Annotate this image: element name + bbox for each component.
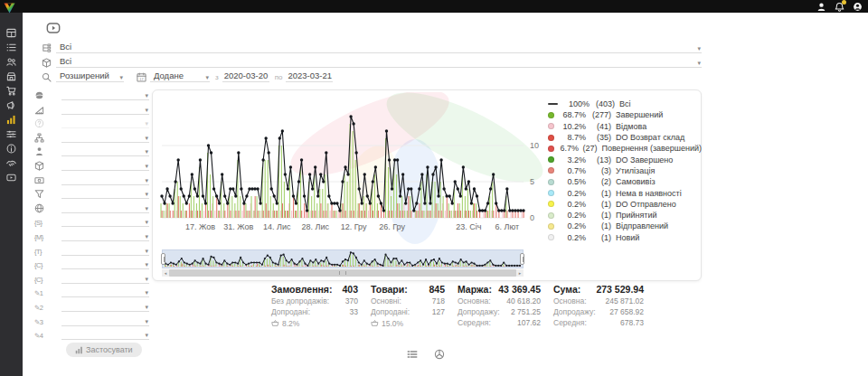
date-field-value: Додане (154, 70, 184, 80)
scrollbar-thumb[interactable] (169, 269, 516, 277)
legend-swatch (548, 156, 554, 163)
sidebar-item-dashboard[interactable] (0, 25, 23, 38)
date-from-label: з (215, 73, 219, 81)
search-mode-select[interactable]: Розширений ▾ (56, 70, 124, 82)
donut-chart-icon[interactable] (434, 347, 445, 358)
navigator-handle-left[interactable] (161, 253, 165, 265)
chevron-down-icon: ▾ (145, 148, 148, 155)
stat-value: 43 369.45 (498, 284, 541, 296)
side-filter-select[interactable]: ▾ (61, 258, 149, 269)
chevron-down-icon: ▾ (145, 163, 148, 169)
legend-item[interactable]: 0.2%(1)DO Отправлено (548, 199, 702, 210)
search-mode-value: Розширений (60, 70, 109, 80)
side-filter-select[interactable]: ▾ (61, 202, 149, 213)
side-filter-select[interactable]: ▾ (61, 300, 149, 312)
legend-item[interactable]: 0.2%(1)Прийнятий (548, 210, 702, 221)
stats-column: Замовлення:403Без допродажів:370Допродан… (271, 284, 358, 329)
side-filter-select[interactable]: ▾ (61, 89, 149, 100)
list-view-icon[interactable] (407, 347, 418, 358)
legend-percent: 0.5% (559, 177, 586, 186)
side-filter-select[interactable]: ▾ (61, 103, 149, 115)
avatar-icon[interactable] (853, 2, 863, 12)
sidebar-item-partners[interactable] (0, 155, 23, 168)
legend-item[interactable]: 0.2%(1)Нема в наявності (548, 187, 702, 198)
utm-campaign-icon: {C} (34, 276, 42, 284)
user-icon[interactable] (816, 2, 826, 12)
side-filter-select[interactable]: ▾ (61, 174, 149, 185)
side-filter-select[interactable]: ▾ (61, 328, 149, 340)
chart-navigator[interactable] (162, 249, 524, 268)
chevron-down-icon: ▾ (145, 107, 148, 113)
stat-sub-label: Допродані: (271, 307, 310, 318)
scroll-left-icon[interactable]: ◂ (162, 269, 169, 277)
stat-title: Сума: (553, 284, 580, 296)
stat-sub-label: Основна: (553, 296, 587, 307)
legend-item[interactable]: 8.7%(35)DO Возврат склад (548, 132, 702, 143)
brand-logo-icon[interactable] (4, 1, 15, 12)
sidebar-item-orders[interactable] (0, 40, 23, 52)
sidebar-item-videos[interactable] (0, 170, 23, 183)
legend-count: (1) (586, 233, 611, 242)
ticket-icon[interactable] (43, 21, 63, 35)
side-filter-utm-content: {C}▾ (32, 258, 149, 269)
side-filter-select[interactable]: ▾ (61, 187, 149, 199)
side-filter-select[interactable]: ▾ (61, 159, 149, 171)
search-icon (42, 72, 52, 82)
sidebar-item-store[interactable] (0, 69, 23, 81)
chevron-down-icon: ▾ (145, 120, 148, 127)
side-filter-select[interactable]: ▾ (61, 286, 149, 297)
chart-scrollbar[interactable]: ◂ ▸ (162, 269, 524, 277)
svg-text:0: 0 (530, 213, 534, 222)
side-filter-select[interactable]: ▾ (61, 215, 149, 227)
legend-item[interactable]: 0.5%(2)Самовивіз (548, 176, 702, 187)
date-to-input[interactable]: 2023-03-21 (286, 70, 333, 82)
side-filter-banknote: ▾ (32, 174, 149, 185)
legend-swatch (548, 201, 554, 207)
legend-label: Самовивіз (616, 177, 656, 186)
navigator-handle-right[interactable] (520, 253, 524, 265)
sidebar-item-customers[interactable] (0, 54, 23, 67)
side-filter-select[interactable]: ▾ (61, 244, 149, 256)
legend-item[interactable]: 0.7%(3)Утилізація (548, 165, 702, 176)
custom-field-2-icon: ✎2 (34, 304, 42, 312)
legend-item[interactable]: 6.7%(27)Повернення (завершений) (548, 143, 702, 154)
sidebar-item-announcements[interactable] (0, 98, 23, 110)
handshake-icon (6, 155, 16, 168)
side-filter-select[interactable]: ▾ (61, 145, 149, 156)
video-icon (6, 170, 16, 183)
sidebar-item-statistics[interactable] (0, 112, 23, 125)
package-icon (42, 58, 52, 68)
funnel-icon (34, 189, 44, 199)
sidebar-item-cart[interactable] (0, 83, 23, 96)
side-filter-select[interactable]: ▾ (61, 131, 149, 143)
legend-item[interactable]: 10.2%(41)Відмова (548, 121, 702, 132)
side-filter-select[interactable]: ▾ (61, 230, 149, 241)
legend-item[interactable]: 0.2%(1)Новий (548, 232, 702, 243)
sidebar-item-info[interactable] (0, 141, 23, 154)
side-filter-globe: ▾ (32, 202, 149, 213)
chevron-down-icon: ▾ (145, 233, 148, 240)
stat-sub-value: 127 (432, 307, 445, 318)
stat-title: Маржа: (458, 284, 492, 296)
category-filter-select[interactable]: Всі ▾ (56, 42, 702, 53)
legend-count: (2) (586, 177, 611, 186)
product-filter-value: Всі (60, 56, 71, 66)
side-filter-select[interactable]: ▾ (61, 272, 149, 284)
svg-text:10: 10 (530, 141, 539, 150)
legend-item[interactable]: 0.2%(1)Відправлений (548, 221, 702, 231)
legend-item[interactable]: 3.2%(13)DO Завершено (548, 154, 702, 164)
date-field-select[interactable]: Додане ▾ (150, 70, 210, 82)
product-filter-select[interactable]: Всі ▾ (56, 56, 702, 68)
legend-item[interactable]: 100%(403)Всі (548, 99, 702, 109)
apply-button[interactable]: Застосувати (66, 343, 142, 357)
sidebar-item-settings[interactable] (0, 127, 23, 139)
chevron-down-icon: ▾ (145, 276, 148, 282)
stat-sub-value: 370 (345, 296, 358, 307)
scroll-right-icon[interactable]: ▸ (516, 269, 524, 277)
bell-icon[interactable] (835, 2, 844, 12)
chevron-down-icon: ▾ (145, 289, 148, 296)
legend-item[interactable]: 68.7%(277)Завершений (548, 109, 702, 120)
legend-label: Повернення (завершений) (601, 144, 702, 153)
date-from-input[interactable]: 2020-03-20 (222, 70, 269, 82)
side-filter-select[interactable]: ▾ (61, 315, 149, 326)
